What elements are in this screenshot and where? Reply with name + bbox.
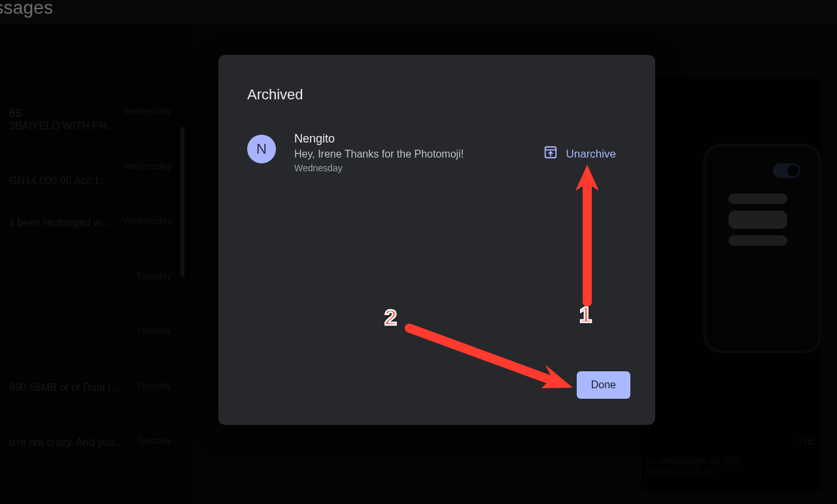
annotation-number-2: 2 bbox=[384, 305, 397, 330]
message-preview: Hey, Irene Thanks for the Photomoji! bbox=[294, 148, 511, 160]
message-day: Wednesday bbox=[294, 163, 511, 173]
unarchive-label: Unarchive bbox=[566, 148, 616, 161]
unarchive-button[interactable]: Unarchive bbox=[537, 141, 623, 167]
contact-name: Nengito bbox=[294, 132, 511, 146]
app-root: Messages 65 3BAIYELO WITH PH… Wednesday … bbox=[0, 0, 837, 504]
annotation-number-1: 1 bbox=[579, 302, 592, 328]
unarchive-icon bbox=[543, 145, 558, 163]
modal-title: Archived bbox=[247, 86, 303, 103]
avatar: N bbox=[247, 135, 276, 163]
archived-item[interactable]: N Nengito Hey, Irene Thanks for the Phot… bbox=[247, 132, 629, 171]
archived-modal: Archived N Nengito Hey, Irene Thanks for… bbox=[218, 55, 655, 425]
done-button[interactable]: Done bbox=[577, 371, 630, 399]
